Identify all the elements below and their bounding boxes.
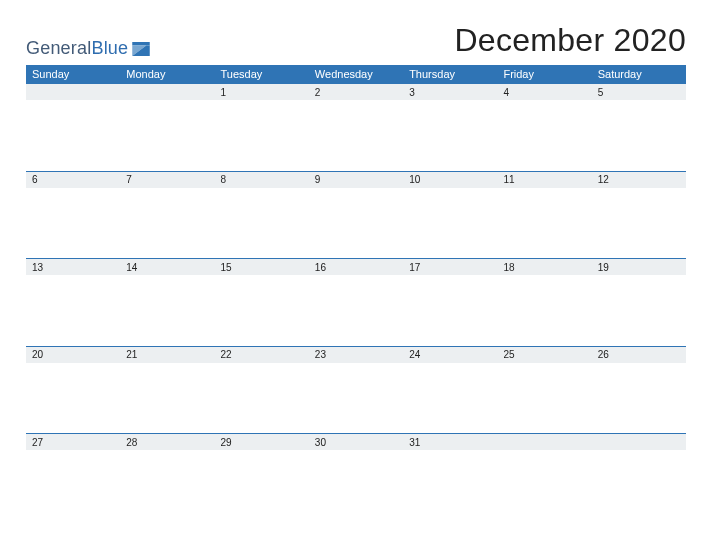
day-number: 9 [309,174,321,185]
day-cell [26,83,120,171]
day-cell: 20 [26,346,120,434]
brand-logo: GeneralBlue [26,38,150,59]
day-cell [120,83,214,171]
brand-part2: Blue [91,38,128,58]
day-cell: 3 [403,83,497,171]
day-number: 16 [309,262,326,273]
day-number: 8 [215,174,227,185]
month-title: December 2020 [454,22,686,59]
day-cell: 9 [309,171,403,259]
day-number: 13 [26,262,43,273]
weekday-header-row: Sunday Monday Tuesday Wednesday Thursday… [26,65,686,83]
day-number: 31 [403,437,420,448]
day-number: 10 [403,174,420,185]
day-number: 29 [215,437,232,448]
day-cell: 26 [592,346,686,434]
header: GeneralBlue December 2020 [26,22,686,59]
day-cell: 18 [497,258,591,346]
weekday-heading: Wednesday [309,66,403,83]
day-number: 1 [215,87,227,98]
weekday-heading: Friday [497,66,591,83]
day-cell: 29 [215,433,309,521]
day-number: 7 [120,174,132,185]
day-number: 25 [497,349,514,360]
day-cell: 14 [120,258,214,346]
day-number: 30 [309,437,326,448]
day-cell: 4 [497,83,591,171]
day-cell: 22 [215,346,309,434]
day-cell: 30 [309,433,403,521]
calendar-page: GeneralBlue December 2020 Sunday Monday … [0,0,712,521]
day-number: 28 [120,437,137,448]
day-cell: 16 [309,258,403,346]
day-cell: 12 [592,171,686,259]
day-cell: 15 [215,258,309,346]
day-cell: 5 [592,83,686,171]
day-number: 20 [26,349,43,360]
day-number: 21 [120,349,137,360]
day-cell: 24 [403,346,497,434]
day-cell: 23 [309,346,403,434]
weekday-heading: Monday [120,66,214,83]
weekday-heading: Sunday [26,66,120,83]
day-cell: 6 [26,171,120,259]
day-number: 18 [497,262,514,273]
calendar-grid: 1 2 3 4 5 6 7 8 9 10 11 12 13 14 15 16 1… [26,83,686,521]
day-number: 27 [26,437,43,448]
day-cell [497,433,591,521]
day-cell: 31 [403,433,497,521]
day-number: 22 [215,349,232,360]
day-cell: 27 [26,433,120,521]
weekday-heading: Tuesday [215,66,309,83]
day-cell: 21 [120,346,214,434]
day-number: 5 [592,87,604,98]
day-number: 14 [120,262,137,273]
flag-icon [132,42,150,56]
brand-name: GeneralBlue [26,38,128,59]
day-number: 3 [403,87,415,98]
day-cell: 28 [120,433,214,521]
day-number: 24 [403,349,420,360]
day-cell [592,433,686,521]
day-number: 23 [309,349,326,360]
day-cell: 17 [403,258,497,346]
brand-part1: General [26,38,91,58]
day-cell: 11 [497,171,591,259]
day-cell: 2 [309,83,403,171]
day-number: 2 [309,87,321,98]
day-cell: 10 [403,171,497,259]
day-cell: 13 [26,258,120,346]
weekday-heading: Saturday [592,66,686,83]
day-cell: 25 [497,346,591,434]
day-number: 15 [215,262,232,273]
day-number: 17 [403,262,420,273]
weekday-heading: Thursday [403,66,497,83]
day-number: 26 [592,349,609,360]
day-cell: 7 [120,171,214,259]
day-number: 11 [497,174,514,185]
day-cell: 8 [215,171,309,259]
day-number: 19 [592,262,609,273]
day-cell: 19 [592,258,686,346]
day-number: 6 [26,174,38,185]
day-cell: 1 [215,83,309,171]
day-number: 12 [592,174,609,185]
day-number: 4 [497,87,509,98]
